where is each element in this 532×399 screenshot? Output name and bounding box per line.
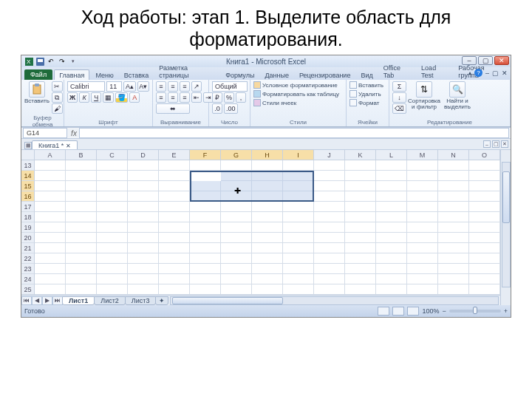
number-format-select[interactable]: Общий: [212, 81, 248, 92]
cell[interactable]: [376, 264, 407, 274]
cell[interactable]: [314, 253, 345, 264]
col-header[interactable]: G: [221, 150, 252, 160]
row-header[interactable]: 20: [21, 233, 35, 243]
dec-decimal-icon[interactable]: .00: [224, 103, 238, 114]
cell[interactable]: [314, 284, 345, 295]
cell[interactable]: [469, 202, 500, 212]
col-header[interactable]: L: [376, 150, 407, 160]
cell[interactable]: [283, 233, 314, 243]
cell[interactable]: [66, 191, 97, 202]
cell[interactable]: [438, 233, 469, 243]
cell[interactable]: [35, 243, 66, 253]
cell[interactable]: [438, 284, 469, 295]
cell[interactable]: [128, 264, 159, 274]
row-header[interactable]: 18: [21, 212, 35, 222]
doc-close-icon[interactable]: ✕: [502, 69, 508, 77]
cell[interactable]: [190, 202, 221, 212]
border-icon[interactable]: ▦: [103, 92, 114, 103]
tab-file[interactable]: Файл: [24, 69, 52, 80]
cell[interactable]: [35, 181, 66, 191]
fill-color-icon[interactable]: 🪣: [115, 92, 128, 103]
col-header[interactable]: I: [283, 150, 314, 160]
row-header[interactable]: 25: [21, 284, 35, 295]
cell[interactable]: [97, 202, 128, 212]
cell[interactable]: [376, 171, 407, 181]
cell[interactable]: [376, 253, 407, 264]
cell[interactable]: [97, 160, 128, 171]
cell[interactable]: [376, 212, 407, 222]
cell[interactable]: [438, 274, 469, 284]
cell[interactable]: [97, 171, 128, 181]
redo-icon[interactable]: ↷: [58, 57, 66, 66]
cell[interactable]: [35, 160, 66, 171]
cell[interactable]: [159, 171, 190, 181]
cell[interactable]: [221, 253, 252, 264]
cell[interactable]: [221, 264, 252, 274]
cell[interactable]: [159, 212, 190, 222]
cell[interactable]: [159, 222, 190, 233]
sheet-tab-3[interactable]: Лист3: [125, 296, 157, 305]
cell[interactable]: [128, 233, 159, 243]
cell[interactable]: [407, 171, 438, 181]
cell[interactable]: [314, 171, 345, 181]
sheet-last-icon[interactable]: ⏭: [52, 296, 63, 305]
cell[interactable]: [469, 284, 500, 295]
row-header[interactable]: 17: [21, 202, 35, 212]
zoom-in-icon[interactable]: +: [504, 307, 508, 315]
cell[interactable]: [283, 264, 314, 274]
cell[interactable]: [159, 181, 190, 191]
align-top-icon[interactable]: ≡: [156, 81, 166, 92]
cell[interactable]: [221, 274, 252, 284]
format-painter-icon[interactable]: 🖌: [52, 103, 63, 114]
cell[interactable]: [97, 233, 128, 243]
ribbon-min-icon[interactable]: ▴: [468, 69, 471, 76]
cell[interactable]: [407, 253, 438, 264]
tab-office[interactable]: Office Tab: [379, 63, 415, 80]
comma-icon[interactable]: ,: [236, 92, 246, 103]
cell[interactable]: [376, 202, 407, 212]
cell[interactable]: [97, 253, 128, 264]
cell[interactable]: [252, 253, 283, 264]
align-right-icon[interactable]: ≡: [180, 92, 190, 103]
cell[interactable]: [97, 284, 128, 295]
cell[interactable]: [438, 191, 469, 202]
cell[interactable]: [314, 160, 345, 171]
cell[interactable]: [376, 243, 407, 253]
cell[interactable]: [252, 202, 283, 212]
cell[interactable]: [190, 233, 221, 243]
cell[interactable]: [345, 243, 376, 253]
col-header[interactable]: N: [438, 150, 469, 160]
orientation-icon[interactable]: ↗: [191, 81, 202, 92]
cell[interactable]: [469, 243, 500, 253]
cell[interactable]: [283, 253, 314, 264]
doc-max-icon[interactable]: ▢: [492, 69, 499, 77]
cell[interactable]: [407, 160, 438, 171]
doc-min-icon[interactable]: –: [485, 69, 489, 77]
help-icon[interactable]: ?: [474, 69, 482, 77]
cell[interactable]: [66, 274, 97, 284]
cell[interactable]: [407, 264, 438, 274]
cell[interactable]: [252, 264, 283, 274]
row-header[interactable]: 23: [21, 264, 35, 274]
conditional-format-button[interactable]: Условное форматирование: [253, 81, 339, 89]
cell[interactable]: [35, 222, 66, 233]
hscroll-track[interactable]: [170, 296, 499, 305]
workbook-tab[interactable]: Книга1 * ✕: [32, 140, 78, 149]
cell[interactable]: [252, 274, 283, 284]
cell[interactable]: [407, 212, 438, 222]
copy-icon[interactable]: ⧉: [52, 92, 63, 103]
sheet-new-icon[interactable]: ✦: [155, 296, 168, 305]
cell[interactable]: [128, 274, 159, 284]
fx-icon[interactable]: fx: [69, 129, 79, 137]
sheet-first-icon[interactable]: ⏮: [21, 296, 32, 305]
cell[interactable]: [345, 274, 376, 284]
cell[interactable]: [314, 191, 345, 202]
formula-bar[interactable]: [79, 128, 509, 138]
sheet-tab-2[interactable]: Лист2: [94, 296, 126, 305]
cell[interactable]: [376, 233, 407, 243]
cell[interactable]: [66, 264, 97, 274]
delete-cells-button[interactable]: Удалить: [349, 90, 383, 98]
tab-page-layout[interactable]: Разметка страницы: [154, 63, 219, 80]
view-normal-icon[interactable]: [378, 307, 389, 316]
cell[interactable]: [469, 222, 500, 233]
